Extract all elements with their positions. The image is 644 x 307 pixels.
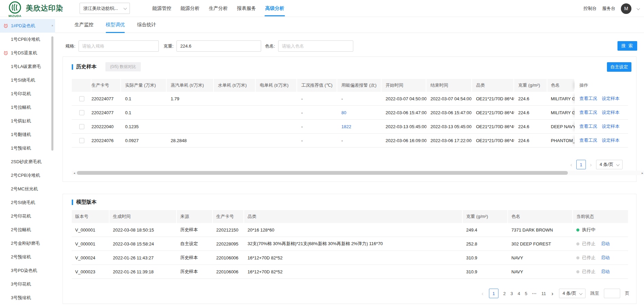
sidebar-scrollbar[interactable]: ▴	[51, 20, 54, 304]
sidebar-item-label: 3号PD染色机	[11, 268, 37, 274]
start-link[interactable]: 启动	[601, 269, 610, 275]
horizontal-scrollbar-thumb[interactable]	[77, 171, 568, 175]
org-selector[interactable]: 浙江美欣达纺织...	[80, 3, 130, 14]
row-checkbox[interactable]	[79, 124, 84, 129]
model-header: 模型版本	[63, 194, 636, 205]
cell-weight: 249.4	[463, 223, 508, 237]
sidebar-item-1stenter[interactable]: 1号拉幅机	[0, 101, 55, 114]
user-menu-chevron-icon[interactable]	[637, 6, 640, 10]
sidebar-item-1preshrink[interactable]: 1号预缩机	[0, 141, 55, 155]
model-row-4: V_000023 2022-01-26 11:39:18 历史样本 220106…	[72, 265, 628, 279]
set-sample-link[interactable]: 设定样本	[602, 96, 620, 102]
sidebar-item-1si[interactable]: 1号SI烧毛机	[0, 73, 55, 87]
nav-energy-control[interactable]: 能源管控	[150, 0, 173, 17]
sidebar-item-2sd[interactable]: 2SD砂皮磨毛机	[0, 155, 55, 169]
model-table: 版本号 生成时间 来源 生产卡号 品类 克重 (g/m²) 色名 当前状态 V_…	[72, 210, 627, 279]
sidebar-item-3preshrink[interactable]: 3号预缩机	[0, 291, 55, 305]
tab-comprehensive-stats[interactable]: 综合统计	[137, 17, 156, 33]
col-time: 生成时间	[109, 210, 177, 223]
alarm-count-link[interactable]: 80	[341, 110, 346, 115]
sidebar-item-3print[interactable]: 3号印花机	[0, 277, 55, 291]
page-11-button[interactable]: 11	[541, 291, 546, 296]
row-checkbox[interactable]	[79, 138, 84, 143]
page-3-button[interactable]: 3	[510, 291, 513, 296]
scroll-right-icon[interactable]: ▸	[640, 171, 644, 175]
main-content: 生产监控 模型调优 综合统计 规格: 克重: 色名: 搜 索 历史样本 (0/5…	[55, 17, 644, 307]
horizontal-scrollbar[interactable]: ◂ ▸	[72, 171, 644, 175]
status-stopped-dot	[576, 270, 579, 273]
data-compare-button[interactable]: (0/5) 数据对比	[105, 62, 141, 71]
page-2-button[interactable]: 2	[503, 291, 506, 296]
scroll-up-icon[interactable]: ▴	[51, 24, 54, 27]
cell-end-time: 2022-03-13 05:45:00	[426, 120, 472, 133]
weight-input[interactable]	[176, 40, 261, 52]
console-link[interactable]: 控制台	[583, 5, 597, 12]
sidebar-item-2cpb[interactable]: 2号CPB冷堆机	[0, 169, 55, 182]
history-table: 生产卡号 实际产量 (万米) 蒸汽单耗 (t/万米) 水单耗 (t/万米) 电单…	[72, 79, 627, 148]
sidebar-item-2si[interactable]: 2号SI烧毛机	[0, 196, 55, 209]
page-5-button[interactable]: 5	[525, 291, 527, 296]
prev-page-icon[interactable]: ‹	[570, 162, 573, 168]
next-page-icon[interactable]: ›	[551, 291, 554, 296]
page-4-button[interactable]: 4	[518, 291, 520, 296]
start-link[interactable]: 启动	[601, 255, 610, 261]
cell-end-time: 2022-03-07 04:54:00	[426, 92, 472, 105]
sidebar-item-2preshrink[interactable]: 2号预缩机	[0, 250, 55, 264]
start-link[interactable]: 启动	[601, 241, 610, 247]
service-desk-link[interactable]: 服务台	[602, 5, 615, 12]
custom-setting-button[interactable]: 自主设定	[607, 62, 631, 72]
model-table-header: 版本号 生成时间 来源 生产卡号 品类 克重 (g/m²) 色名 当前状态	[72, 210, 628, 223]
jump-page-input[interactable]	[604, 289, 620, 298]
sidebar-item-2stenter[interactable]: 2号拉幅机	[0, 223, 55, 237]
row-checkbox[interactable]	[79, 96, 84, 101]
row-checkbox[interactable]	[79, 110, 84, 115]
page-1-button[interactable]: 1	[576, 160, 586, 169]
sidebar-item-1cpb[interactable]: 1号CPB冷堆机	[0, 33, 55, 46]
sidebar-scrollbar-thumb[interactable]	[51, 36, 53, 151]
status-text: 已停止	[582, 241, 595, 247]
sidebar-item-2emery[interactable]: 2号金刚砂磨毛	[0, 237, 55, 250]
history-panel: 历史样本 (0/5) 数据对比 自主设定 生产卡号 实际产量 (万米) 蒸汽单耗…	[63, 56, 637, 182]
nav-report-service[interactable]: 报表服务	[235, 0, 258, 17]
cell-condition: -	[297, 92, 337, 105]
sidebar-item-1pd-dyeing[interactable]: 1#PD染色机	[0, 19, 55, 33]
sidebar-item-1print[interactable]: 1号印花机	[0, 87, 55, 101]
status-stopped-dot	[576, 256, 579, 259]
nav-energy-analysis[interactable]: 能源分析	[179, 0, 202, 17]
sidebar-item-1la[interactable]: 1号LA碳素磨毛	[0, 60, 55, 73]
cell-category: 16*12+70D 82*52	[244, 251, 463, 265]
view-condition-link[interactable]: 查看工况	[579, 123, 597, 130]
sidebar-item-1ds[interactable]: 1号DS退浆机	[0, 46, 55, 60]
cell-version: V_000024	[72, 251, 109, 265]
header-right: 控制台 服务台 M	[583, 0, 639, 17]
sidebar-item-3pd[interactable]: 3号PD染色机	[0, 264, 55, 277]
color-input[interactable]	[278, 40, 353, 52]
sidebar-item-2print[interactable]: 2号印花机	[0, 209, 55, 223]
nav-production-analysis[interactable]: 生产分析	[207, 0, 230, 17]
col-condition: 工况推荐值 (℃)	[297, 79, 337, 92]
page-size-select[interactable]: 4 条/页	[596, 160, 623, 169]
view-condition-link[interactable]: 查看工况	[579, 96, 597, 102]
next-page-icon[interactable]: ›	[589, 162, 593, 168]
prev-page-icon[interactable]: ‹	[481, 291, 484, 296]
sidebar-item-1dryer[interactable]: 1号烘缸机	[0, 114, 55, 128]
spec-input[interactable]	[79, 40, 159, 52]
view-condition-link[interactable]: 查看工况	[579, 109, 597, 116]
weight-label: 克重:	[164, 43, 174, 49]
set-sample-link[interactable]: 设定样本	[602, 137, 620, 143]
sidebar-item-2mc[interactable]: 2号MC丝光机	[0, 182, 55, 196]
tab-production-monitor[interactable]: 生产监控	[74, 17, 94, 33]
scroll-left-icon[interactable]: ◂	[72, 171, 77, 175]
user-avatar[interactable]: M	[621, 3, 631, 14]
tab-model-tuning[interactable]: 模型调优	[106, 17, 125, 33]
view-condition-link[interactable]: 查看工况	[579, 137, 597, 143]
set-sample-link[interactable]: 设定样本	[602, 109, 620, 116]
nav-advanced-analysis[interactable]: 高级分析	[263, 0, 286, 17]
search-button[interactable]: 搜 索	[617, 41, 637, 51]
page-ellipsis[interactable]: •••	[532, 292, 537, 295]
page-size-select[interactable]: 4 条/页	[559, 289, 586, 298]
page-1-button[interactable]: 1	[489, 289, 498, 298]
set-sample-link[interactable]: 设定样本	[602, 123, 620, 130]
sidebar-item-1sewing[interactable]: 1号翻缝机	[0, 128, 55, 141]
alarm-count-link[interactable]: 1822	[341, 124, 351, 129]
